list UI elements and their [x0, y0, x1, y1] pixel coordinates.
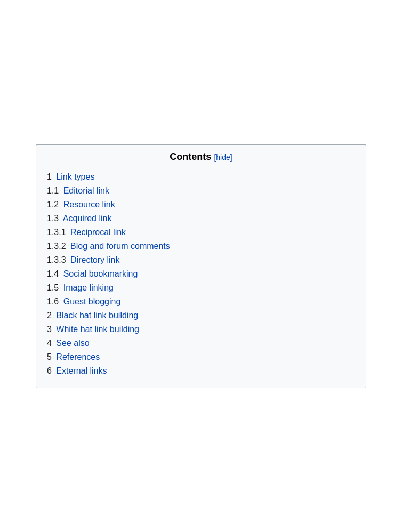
toc-number: 1.3.2 — [47, 241, 66, 251]
toc-link-white-hat[interactable]: 3 White hat link building — [47, 325, 139, 334]
toc-link-see-also[interactable]: 4 See also — [47, 338, 90, 348]
toc-item: 4 See also — [47, 336, 355, 350]
toc-number: 5 — [47, 352, 52, 361]
toc-number: 1.4 — [47, 269, 59, 278]
toc-title: Contents [hide] — [47, 151, 355, 163]
toc-link-blog-forum-comments[interactable]: 1.3.2 Blog and forum comments — [47, 241, 170, 251]
toc-link-social-bookmarking[interactable]: 1.4 Social bookmarking — [47, 269, 138, 278]
toc-number: 1.3.3 — [47, 255, 66, 264]
toc-link-references[interactable]: 5 References — [47, 352, 100, 361]
toc-item: 1.6 Guest blogging — [47, 295, 355, 309]
toc-number: 1 — [47, 172, 52, 181]
toc-item: 1.3.1 Reciprocal link — [47, 225, 355, 239]
toc-item: 5 References — [47, 350, 355, 364]
toc-item: 1.5 Image linking — [47, 281, 355, 295]
toc-link-resource-link[interactable]: 1.2 Resource link — [47, 200, 115, 209]
toc-label: External links — [54, 366, 107, 375]
toc-link-acquired-link[interactable]: 1.3 Acquired link — [47, 214, 111, 223]
toc-number: 4 — [47, 338, 52, 348]
toc-link-reciprocal-link[interactable]: 1.3.1 Reciprocal link — [47, 228, 126, 237]
toc-item: 1.3.2 Blog and forum comments — [47, 239, 355, 253]
toc-number: 1.6 — [47, 297, 59, 306]
toc-number: 3 — [47, 325, 52, 334]
toc-item: 1.4 Social bookmarking — [47, 267, 355, 281]
toc-item: 1.2 Resource link — [47, 198, 355, 212]
toc-number: 1.3 — [47, 214, 59, 223]
toc-item: 1.1 Editorial link — [47, 184, 355, 198]
toc-item: 1 Link types — [47, 170, 355, 184]
toc-label: Resource link — [61, 200, 115, 209]
toc-label: Directory link — [68, 255, 120, 264]
toc-label: Editorial link — [61, 186, 109, 195]
toc-number: 1.2 — [47, 200, 59, 209]
toc-link-image-linking[interactable]: 1.5 Image linking — [47, 283, 114, 292]
toc-link-external-links[interactable]: 6 External links — [47, 366, 107, 375]
toc-link-black-hat[interactable]: 2 Black hat link building — [47, 311, 138, 320]
toc-label: Black hat link building — [54, 311, 138, 320]
toc-item: 6 External links — [47, 364, 355, 378]
toc-number: 1.3.1 — [47, 228, 66, 237]
toc-list: 1 Link types1.1 Editorial link1.2 Resour… — [47, 170, 355, 378]
toc-label: Blog and forum comments — [68, 241, 170, 251]
toc-label: Acquired link — [61, 214, 111, 223]
toc-item: 1.3.3 Directory link — [47, 253, 355, 267]
toc-number: 1.1 — [47, 186, 59, 195]
toc-number: 1.5 — [47, 283, 59, 292]
toc-label: Reciprocal link — [68, 228, 126, 237]
toc-label: White hat link building — [54, 325, 139, 334]
toc-title-text: Contents — [170, 151, 211, 162]
toc-label: Social bookmarking — [61, 269, 138, 278]
toc-link-editorial-link[interactable]: 1.1 Editorial link — [47, 186, 109, 195]
toc-hide-button[interactable]: [hide] — [214, 153, 232, 162]
toc-box: Contents [hide] 1 Link types1.1 Editoria… — [36, 144, 366, 388]
toc-label: Link types — [54, 172, 94, 181]
toc-item: 3 White hat link building — [47, 323, 355, 336]
toc-item: 1.3 Acquired link — [47, 212, 355, 225]
toc-link-guest-blogging[interactable]: 1.6 Guest blogging — [47, 297, 120, 306]
toc-item: 2 Black hat link building — [47, 309, 355, 323]
toc-label: Guest blogging — [61, 297, 120, 306]
toc-label: Image linking — [61, 283, 114, 292]
toc-label: References — [54, 352, 100, 361]
toc-number: 6 — [47, 366, 52, 375]
toc-link-link-types[interactable]: 1 Link types — [47, 172, 94, 181]
toc-link-directory-link[interactable]: 1.3.3 Directory link — [47, 255, 120, 264]
toc-number: 2 — [47, 311, 52, 320]
toc-label: See also — [54, 338, 90, 348]
